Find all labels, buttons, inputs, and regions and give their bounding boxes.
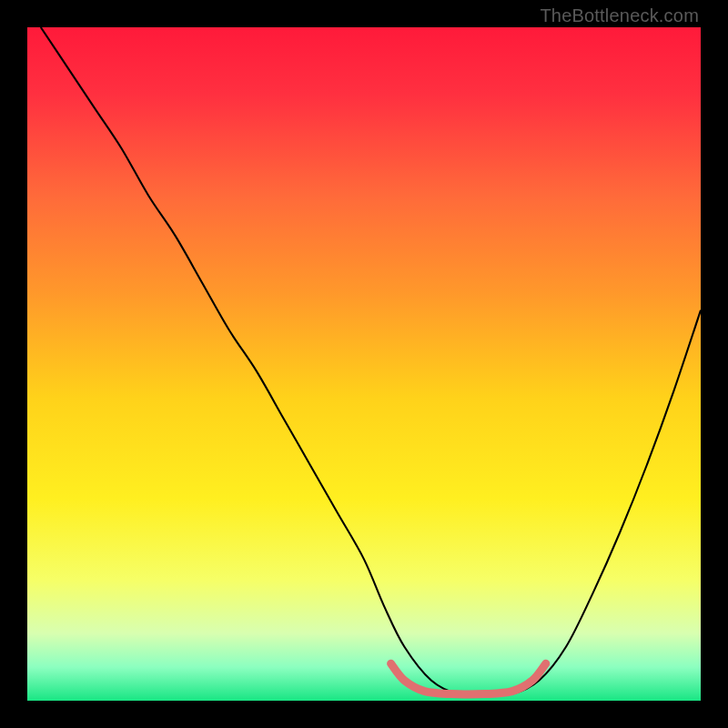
plot-area (27, 27, 701, 701)
bottleneck-curve (41, 27, 701, 695)
curve-layer (27, 27, 701, 701)
bottom-highlight (391, 663, 546, 694)
watermark-text: TheBottleneck.com (540, 5, 699, 26)
chart-frame: TheBottleneck.com (0, 0, 728, 728)
